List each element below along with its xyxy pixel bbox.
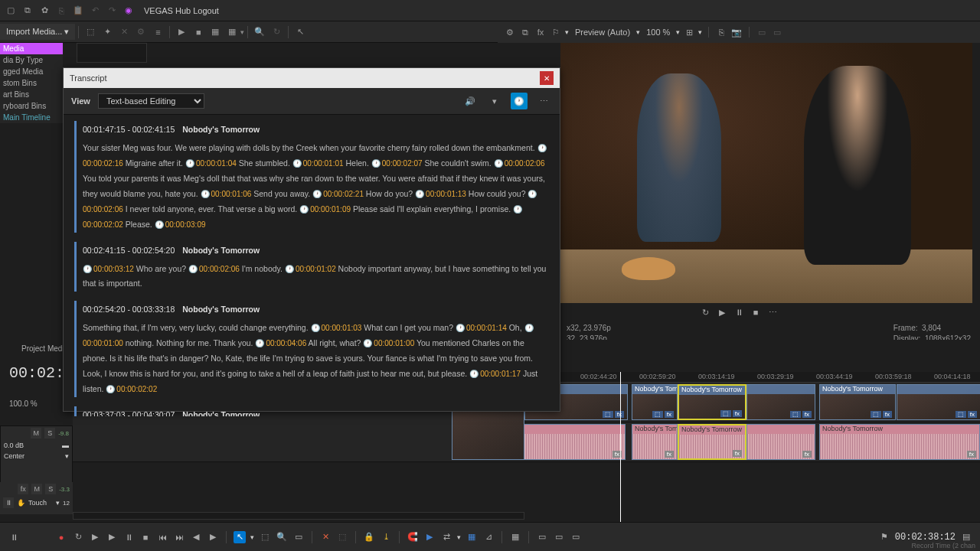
panel-item-timeline[interactable]: Main Timeline xyxy=(0,112,63,123)
play-start-icon[interactable]: ▶ xyxy=(89,531,101,543)
tool-c-icon[interactable]: ▭ xyxy=(553,531,565,543)
transcript-segment[interactable]: 00:01:47:15 - 00:02:41:15Nobody's Tomorr… xyxy=(74,121,549,233)
transcript-body[interactable]: 00:01:47:15 - 00:02:41:15Nobody's Tomorr… xyxy=(64,115,560,416)
transcript-more-icon[interactable]: ⋯ xyxy=(535,93,552,109)
grid-icon[interactable]: ▦ xyxy=(209,26,221,38)
snap-icon[interactable]: ⤓ xyxy=(380,531,392,543)
video-clip[interactable]: ⬚fx xyxy=(897,384,980,420)
capture-icon[interactable]: ⬚ xyxy=(84,26,96,38)
video-clip[interactable]: Nobody's Tomorrow⬚fx xyxy=(678,384,746,420)
audio-clip[interactable]: Nobody's Tomorrowfx xyxy=(678,424,746,460)
track-solo-button[interactable]: S xyxy=(44,428,55,439)
panel-item-by-type[interactable]: dia By Type xyxy=(0,54,63,66)
marker-flag-icon[interactable]: ⚑ xyxy=(878,531,890,543)
panel-item-media[interactable]: Media xyxy=(0,43,63,54)
crossfade-icon[interactable]: ⊿ xyxy=(482,531,495,543)
playhead[interactable] xyxy=(620,372,621,522)
list-icon[interactable]: ≡ xyxy=(152,26,164,38)
pause-icon[interactable]: ⏸ xyxy=(733,307,744,318)
undo-icon[interactable]: ↶ xyxy=(89,5,101,17)
panel-item-art[interactable]: art Bins xyxy=(0,89,63,100)
timeline-scrollbar[interactable] xyxy=(73,512,524,520)
refresh-icon[interactable]: ✦ xyxy=(101,26,113,38)
go-start-icon[interactable]: ⏮ xyxy=(156,531,168,543)
transcript-speaker-icon[interactable]: 🔊 xyxy=(462,93,479,109)
open-icon[interactable]: ⧉ xyxy=(21,5,34,17)
play-icon[interactable]: ▶ xyxy=(717,307,727,318)
settings-icon[interactable]: ✿ xyxy=(38,5,51,17)
preview-split-icon[interactable]: ⧉ xyxy=(519,26,531,38)
panel-item-bins[interactable]: stom Bins xyxy=(0,77,63,89)
transcript-mode-select[interactable]: Text-based Editing xyxy=(98,93,204,109)
record-button[interactable]: ● xyxy=(55,531,67,543)
track2-record-button[interactable]: ⏸ xyxy=(3,497,14,508)
vegas-hub-label[interactable]: VEGAS Hub Logout xyxy=(144,6,219,15)
preview-grid-icon[interactable]: ⊞ xyxy=(683,26,695,38)
audio-clip[interactable]: fx xyxy=(746,424,815,460)
transcript-clock-icon[interactable]: 🕐 xyxy=(511,93,528,109)
audio-clip[interactable]: Nobody's Tomorrowfx xyxy=(819,424,980,460)
play-icon[interactable]: ▶ xyxy=(106,531,118,543)
preview-fx-icon[interactable]: fx xyxy=(534,26,547,38)
normal-edit-tool[interactable]: ↖ xyxy=(234,531,246,543)
pause-icon[interactable]: ⏸ xyxy=(122,531,135,543)
video-clip[interactable]: Nobody's Tom⬚fx xyxy=(632,384,678,420)
play-icon[interactable]: ▶ xyxy=(175,26,188,38)
envelope-tool-icon[interactable]: ▭ xyxy=(292,531,305,543)
next-frame-icon[interactable]: ▶ xyxy=(207,531,219,543)
go-end-icon[interactable]: ⏭ xyxy=(173,531,185,543)
panel-item-storyboard[interactable]: ryboard Bins xyxy=(0,100,63,112)
transcript-segment[interactable]: 00:02:41:15 - 00:02:54:20Nobody's Tomorr… xyxy=(74,242,549,292)
time-ruler[interactable]: :14:2100:02:44:2000:02:59:2000:03:14:190… xyxy=(524,372,980,383)
remove-icon[interactable]: ✕ xyxy=(118,26,130,38)
preview-overlay-icon[interactable]: ▭ xyxy=(756,26,768,38)
timeline[interactable]: :14:2100:02:44:2000:02:59:2000:03:14:190… xyxy=(524,372,980,522)
panel-item-tagged[interactable]: gged Media xyxy=(0,66,63,77)
selection-tool-icon[interactable]: ⬚ xyxy=(259,531,271,543)
stop-icon[interactable]: ■ xyxy=(750,307,761,318)
zoom-tool-icon[interactable]: 🔍 xyxy=(276,531,288,543)
bottom-timecode[interactable]: 00:02:38:12 xyxy=(895,532,956,543)
reload-icon[interactable]: ↻ xyxy=(270,26,283,38)
loop-play-icon[interactable]: ↻ xyxy=(72,531,84,543)
tool-d-icon[interactable]: ▭ xyxy=(570,531,582,543)
video-clip[interactable]: ⬚fx xyxy=(746,384,815,420)
doc-tab-1[interactable] xyxy=(77,43,147,63)
track2-touch-label[interactable]: Touch xyxy=(28,499,47,507)
transcript-titlebar[interactable]: Transcript ✕ xyxy=(64,68,560,88)
grid2-icon[interactable]: ▦ xyxy=(226,26,238,38)
new-icon[interactable]: ▢ xyxy=(5,5,17,17)
transcript-segment[interactable]: 00:03:37:03 - 00:04:30:07Nobody's Tomorr… xyxy=(74,406,549,416)
preview-viewport[interactable] xyxy=(560,43,972,303)
track2-solo-button[interactable]: S xyxy=(45,484,56,494)
preview-monitor-icon[interactable]: ▭ xyxy=(771,26,783,38)
video-track[interactable]: ⬚fxNobody's Tom⬚fxNobody's Tomorrow⬚fx⬚f… xyxy=(524,383,980,422)
track2-touch-icon[interactable]: ✋ xyxy=(17,499,25,507)
track-pan[interactable]: Center xyxy=(4,452,24,460)
redo-icon[interactable]: ↷ xyxy=(106,5,118,17)
track2-mute-button[interactable]: M xyxy=(31,484,42,494)
trim-icon[interactable]: ⬚ xyxy=(336,531,348,543)
import-media-button[interactable]: Import Media... ▾ xyxy=(0,24,75,40)
transport-pause-icon[interactable]: ⏸ xyxy=(8,531,20,543)
preview-zoom[interactable]: 100 % xyxy=(646,28,670,37)
prev-frame-icon[interactable]: ◀ xyxy=(190,531,202,543)
lock-icon[interactable]: 🔒 xyxy=(363,531,375,543)
audio-clip[interactable]: Nobody's Tomfx xyxy=(632,424,678,460)
stop-icon[interactable]: ■ xyxy=(139,531,152,543)
transcript-close-button[interactable]: ✕ xyxy=(540,71,554,85)
transcript-dropdown-icon[interactable]: ▾ xyxy=(486,93,503,109)
tool-a-icon[interactable]: ▦ xyxy=(509,531,521,543)
track-mute-button[interactable]: M xyxy=(31,428,41,439)
cursor-icon[interactable]: ↖ xyxy=(294,26,306,38)
preview-mode-label[interactable]: Preview (Auto) xyxy=(575,28,630,37)
ripple-icon[interactable]: ⇄ xyxy=(440,531,452,543)
track-db[interactable]: 0.0 dB xyxy=(4,442,24,449)
stop-icon[interactable]: ■ xyxy=(192,26,204,38)
vegas-hub-icon[interactable]: ◉ xyxy=(122,5,135,17)
copy-icon[interactable]: ⎘ xyxy=(55,5,67,17)
video-clip[interactable]: Nobody's Tomorrow⬚fx xyxy=(819,384,896,420)
transcript-segment[interactable]: 00:02:54:20 - 00:03:33:18Nobody's Tomorr… xyxy=(74,301,549,397)
preview-gear-icon[interactable]: ⚙ xyxy=(504,26,516,38)
tool-b-icon[interactable]: ▭ xyxy=(536,531,548,543)
